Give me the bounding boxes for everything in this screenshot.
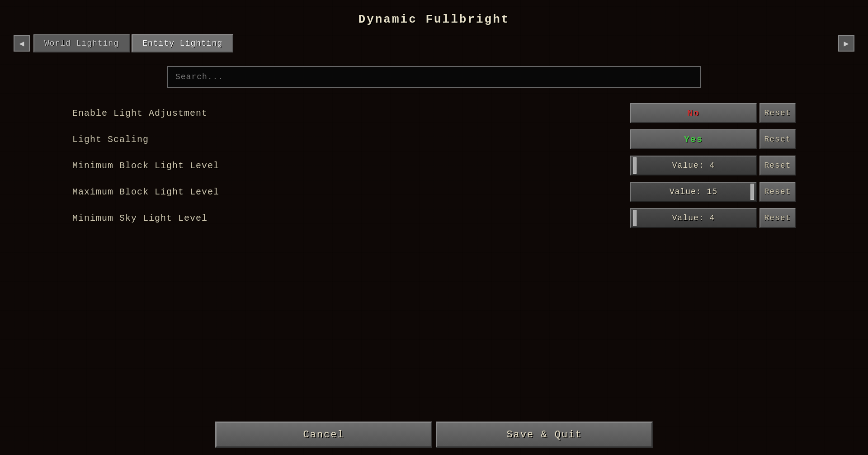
reset-light-scaling[interactable]: Reset <box>760 129 796 149</box>
page-title: Dynamic Fullbright <box>359 13 510 26</box>
tab-entity-lighting[interactable]: Entity Lighting <box>132 34 233 52</box>
reset-min-block-light-level[interactable]: Reset <box>760 156 796 175</box>
settings-list: Enable Light Adjustment No Reset Light S… <box>36 100 832 231</box>
tab-arrow-right[interactable]: ▶ <box>838 35 854 52</box>
slider-max-block-light-level[interactable]: Value: 15 <box>630 182 757 202</box>
setting-label-min-block-light-level: Minimum Block Light Level <box>72 161 630 171</box>
slider-min-block-light-level[interactable]: Value: 4 <box>630 156 757 175</box>
toggle-enable-light-adjustment[interactable]: No <box>630 103 757 123</box>
setting-controls-max-block-light-level: Value: 15 Reset <box>630 182 796 202</box>
slider-value-min-block-light-level: Value: 4 <box>631 161 756 170</box>
chevron-left-icon: ◀ <box>19 38 24 48</box>
reset-enable-light-adjustment[interactable]: Reset <box>760 103 796 123</box>
toggle-light-scaling[interactable]: Yes <box>630 129 757 149</box>
cancel-button[interactable]: Cancel <box>215 422 432 448</box>
setting-controls-min-sky-light-level: Value: 4 Reset <box>630 208 796 228</box>
tab-bar: ◀ World Lighting Entity Lighting ▶ <box>0 34 868 52</box>
tab-world-lighting[interactable]: World Lighting <box>33 34 130 52</box>
setting-label-min-sky-light-level: Minimum Sky Light Level <box>72 213 630 223</box>
setting-row-min-sky-light-level: Minimum Sky Light Level Value: 4 Reset <box>36 205 832 231</box>
search-input[interactable] <box>167 66 701 88</box>
reset-min-sky-light-level[interactable]: Reset <box>760 208 796 228</box>
setting-row-min-block-light-level: Minimum Block Light Level Value: 4 Reset <box>36 153 832 178</box>
setting-row-enable-light-adjustment: Enable Light Adjustment No Reset <box>36 100 832 126</box>
setting-label-light-scaling: Light Scaling <box>72 134 630 145</box>
setting-row-light-scaling: Light Scaling Yes Reset <box>36 127 832 152</box>
slider-min-sky-light-level[interactable]: Value: 4 <box>630 208 757 228</box>
setting-label-enable-light-adjustment: Enable Light Adjustment <box>72 108 630 118</box>
reset-max-block-light-level[interactable]: Reset <box>760 182 796 202</box>
slider-value-min-sky-light-level: Value: 4 <box>631 213 756 223</box>
setting-controls-enable-light-adjustment: No Reset <box>630 103 796 123</box>
setting-label-max-block-light-level: Maximum Block Light Level <box>72 187 630 197</box>
save-quit-button[interactable]: Save & Quit <box>436 422 653 448</box>
chevron-right-icon: ▶ <box>844 38 849 48</box>
content-area: Enable Light Adjustment No Reset Light S… <box>0 66 868 455</box>
setting-controls-light-scaling: Yes Reset <box>630 129 796 149</box>
setting-row-max-block-light-level: Maximum Block Light Level Value: 15 Rese… <box>36 179 832 204</box>
setting-controls-min-block-light-level: Value: 4 Reset <box>630 156 796 175</box>
bottom-bar: Cancel Save & Quit <box>0 414 868 455</box>
tabs-wrapper: World Lighting Entity Lighting <box>33 34 233 52</box>
tab-arrow-left[interactable]: ◀ <box>14 35 30 52</box>
slider-value-max-block-light-level: Value: 15 <box>631 187 756 196</box>
